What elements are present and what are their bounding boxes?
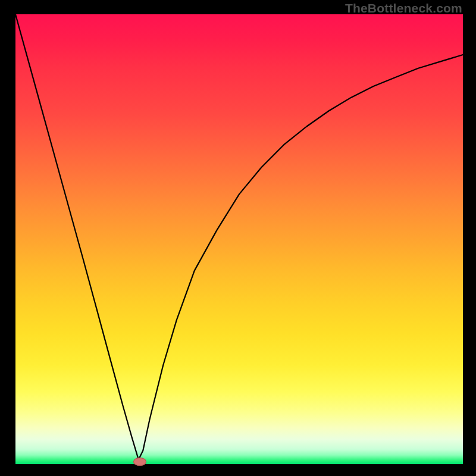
watermark-text: TheBottleneck.com [345, 1, 462, 15]
curve-layer [0, 0, 476, 476]
bottleneck-curve [15, 14, 463, 459]
chart-frame: TheBottleneck.com [0, 0, 476, 476]
optimal-point-marker [133, 458, 146, 466]
